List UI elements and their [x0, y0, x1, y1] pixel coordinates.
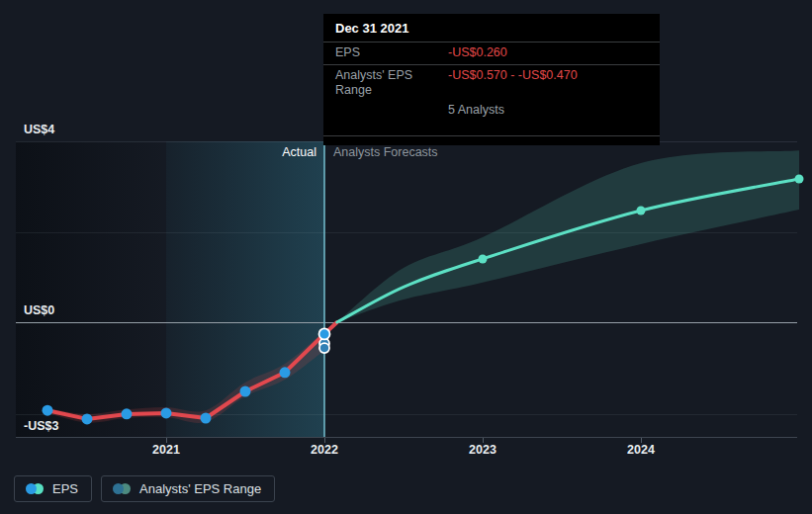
- eps-point-marker[interactable]: [240, 386, 251, 396]
- tooltip-bottom-rule: [323, 135, 660, 145]
- eps-point-marker[interactable]: [82, 413, 93, 424]
- tooltip-eps-row: EPS -US$0.260: [323, 43, 660, 65]
- forecast-point-marker[interactable]: [795, 174, 804, 183]
- tooltip-analysts-spacer: [335, 103, 448, 118]
- forecast-point-marker[interactable]: [637, 206, 646, 214]
- hover-tooltip: Dec 31 2021 EPS -US$0.260 Analysts' EPS …: [323, 14, 660, 145]
- eps-point-marker[interactable]: [43, 405, 53, 416]
- eps-blue-dot-icon: [26, 483, 37, 494]
- legend: EPS Analysts' EPS Range: [14, 475, 275, 502]
- legend-toggle-eps[interactable]: EPS: [14, 475, 92, 502]
- y-axis-label-us0: US$0: [24, 303, 54, 317]
- x-axis-label-2024: 2024: [611, 443, 671, 457]
- forecast-phase-label: Analysts Forecasts: [333, 145, 438, 159]
- tooltip-range-value: -US$0.570 - -US$0.470: [448, 68, 578, 98]
- tooltip-range-row: Analysts' EPS Range -US$0.570 - -US$0.47…: [323, 65, 660, 100]
- y-axis-label-minus3: -US$3: [24, 419, 58, 433]
- x-axis-label-2021: 2021: [136, 443, 196, 457]
- legend-toggle-analysts-range[interactable]: Analysts' EPS Range: [101, 475, 275, 502]
- hover-range-marker[interactable]: [319, 343, 329, 353]
- legend-eps-label: EPS: [52, 481, 78, 496]
- forecast-range-band: [337, 150, 799, 322]
- y-axis-label-us4: US$4: [24, 123, 54, 136]
- x-axis-label-2023: 2023: [453, 443, 512, 457]
- tooltip-date: Dec 31 2021: [323, 14, 660, 43]
- tooltip-range-label: Analysts' EPS Range: [335, 68, 448, 98]
- tooltip-analysts-row: 5 Analysts: [323, 100, 660, 120]
- tooltip-eps-label: EPS: [335, 45, 448, 60]
- legend-range-label: Analysts' EPS Range: [139, 481, 261, 496]
- actual-phase-label: Actual: [178, 145, 316, 159]
- eps-point-marker[interactable]: [161, 407, 172, 418]
- eps-point-marker[interactable]: [201, 412, 212, 423]
- eps-chart-page: { "tooltip": { "date": "Dec 31 2021", "r…: [0, 0, 812, 514]
- eps-point-marker[interactable]: [319, 328, 330, 339]
- x-axis-label-2022: 2022: [295, 443, 354, 457]
- eps-point-marker[interactable]: [122, 408, 133, 419]
- forecast-point-marker[interactable]: [479, 254, 488, 263]
- eps-point-marker[interactable]: [280, 367, 291, 378]
- tooltip-analysts-count: 5 Analysts: [448, 103, 504, 118]
- range-blue-dot-icon: [113, 483, 124, 494]
- tooltip-eps-value: -US$0.260: [448, 45, 507, 60]
